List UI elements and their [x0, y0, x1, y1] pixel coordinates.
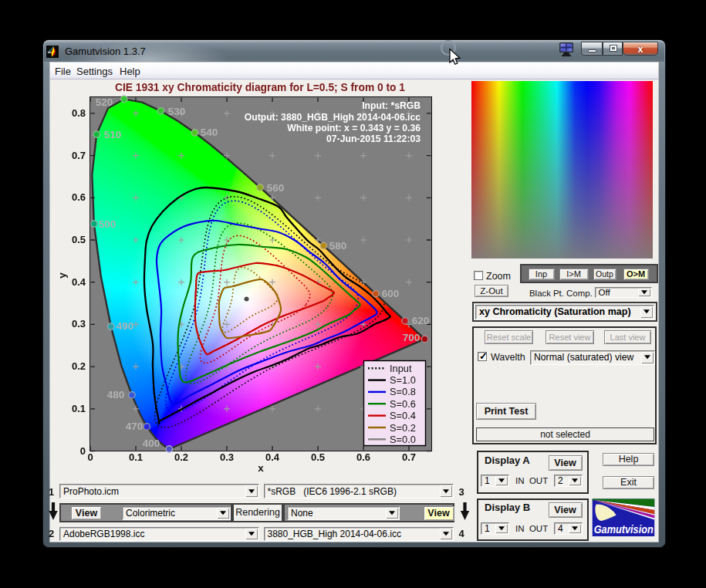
svg-text:580: 580	[329, 240, 347, 252]
svg-text:0.1: 0.1	[72, 403, 86, 414]
svg-text:700: 700	[403, 332, 421, 343]
svg-text:0: 0	[87, 451, 93, 463]
svg-text:0.8: 0.8	[72, 107, 86, 119]
svg-text:3: 3	[458, 486, 464, 498]
svg-text:0: 0	[80, 445, 86, 457]
svg-text:0.3: 0.3	[220, 451, 234, 463]
svg-text:Input: Input	[390, 363, 412, 374]
svg-text:510: 510	[104, 129, 122, 140]
svg-text:Output: 3880_HGB_High 2014-04-: Output: 3880_HGB_High 2014-04-06.icc	[245, 112, 421, 123]
svg-text:480: 480	[107, 389, 125, 400]
svg-text:0.5: 0.5	[311, 451, 325, 463]
svg-text:620: 620	[412, 315, 430, 326]
svg-text:0.2: 0.2	[174, 451, 188, 463]
svg-text:490: 490	[117, 320, 134, 332]
svg-text:Gamutvision: Gamutvision	[594, 522, 654, 536]
svg-text:540: 540	[201, 127, 218, 138]
svg-text:0.4: 0.4	[265, 451, 280, 463]
svg-text:CIE 1931 xy Chromaticity diagr: CIE 1931 xy Chromaticity diagram for L=0…	[115, 82, 405, 93]
svg-text:S=0.2: S=0.2	[390, 422, 416, 434]
svg-text:S=1.0: S=1.0	[390, 374, 416, 386]
svg-text:2: 2	[49, 528, 54, 539]
svg-text:0.6: 0.6	[356, 451, 370, 463]
svg-text:530: 530	[168, 106, 186, 117]
svg-text:White point: x = 0.343 y = 0: White point: x = 0.343 y = 0.36	[287, 123, 421, 133]
svg-text:1: 1	[49, 486, 54, 498]
svg-text:Input: *sRGB: Input: *sRGB	[362, 100, 421, 111]
svg-text:S=0.8: S=0.8	[390, 386, 416, 397]
svg-text:560: 560	[267, 182, 285, 194]
svg-text:y: y	[56, 272, 68, 279]
svg-text:0.2: 0.2	[72, 360, 86, 372]
svg-text:0.3: 0.3	[72, 318, 86, 329]
svg-text:0.7: 0.7	[402, 451, 416, 463]
svg-text:500: 500	[99, 218, 117, 230]
svg-text:0.5: 0.5	[72, 234, 86, 245]
svg-text:600: 600	[382, 288, 400, 299]
svg-text:4: 4	[458, 528, 464, 539]
svg-text:S=0.4: S=0.4	[390, 410, 416, 421]
svg-text:400: 400	[143, 438, 160, 449]
svg-text:520: 520	[96, 96, 113, 108]
svg-text:0.4: 0.4	[72, 276, 86, 288]
svg-text:0.6: 0.6	[72, 191, 86, 203]
svg-text:S=0.0: S=0.0	[390, 434, 416, 445]
svg-text:0.1: 0.1	[129, 451, 143, 463]
svg-text:470: 470	[126, 421, 144, 432]
svg-text:07-Jun-2015 11:22:03: 07-Jun-2015 11:22:03	[326, 133, 421, 144]
svg-text:x: x	[258, 462, 264, 474]
svg-text:S=0.6: S=0.6	[390, 398, 416, 410]
svg-text:0.7: 0.7	[72, 150, 86, 161]
